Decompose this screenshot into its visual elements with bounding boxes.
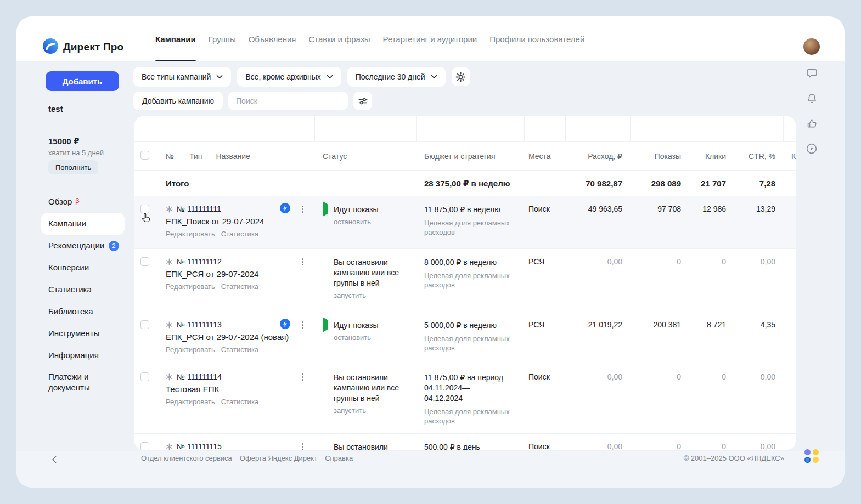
edit-link[interactable]: Редактировать bbox=[166, 282, 215, 291]
sidebar-item-statistics[interactable]: Статистика bbox=[41, 279, 125, 301]
status-text: Идут показы bbox=[334, 320, 378, 331]
footer-link-offer[interactable]: Оферта Яндекс Директ bbox=[240, 454, 317, 462]
edit-link[interactable]: Редактировать bbox=[166, 346, 215, 354]
clicks-value: 8 721 bbox=[689, 312, 734, 364]
totals-budget: 28 375,00 ₽ в неделю bbox=[416, 178, 524, 189]
notifications-bell-icon[interactable] bbox=[806, 92, 818, 104]
beta-badge: β bbox=[75, 195, 79, 206]
campaign-number: № 111111115 bbox=[177, 442, 222, 450]
period-filter[interactable]: Последние 30 дней bbox=[347, 67, 446, 87]
statistics-link[interactable]: Статистика bbox=[221, 346, 258, 354]
sidebar-item-conversions[interactable]: Конверсии bbox=[41, 257, 125, 279]
clicks-value: 12 986 bbox=[689, 196, 734, 248]
brand-logo[interactable]: Директ Про bbox=[43, 38, 123, 56]
status-text: Вы остановили кампанию или все группы в … bbox=[334, 372, 399, 404]
footer-links: Отдел клиентского сервиса Оферта Яндекс … bbox=[141, 454, 353, 462]
stop-campaign-link[interactable]: остановить bbox=[334, 218, 371, 226]
places-value: Поиск bbox=[524, 364, 565, 433]
column-header-number: № bbox=[166, 152, 174, 161]
status-text: Вы остановили bbox=[334, 442, 388, 450]
sidebar-item-label: Библиотека bbox=[48, 306, 93, 317]
add-campaign-button[interactable]: Добавить кампанию bbox=[133, 92, 223, 110]
row-checkbox[interactable] bbox=[140, 257, 149, 266]
video-play-icon[interactable] bbox=[806, 143, 818, 155]
edit-link[interactable]: Редактировать bbox=[166, 230, 215, 238]
archive-state-filter-value: Все, кроме архивных bbox=[245, 72, 320, 81]
campaign-number: № 111111111 bbox=[177, 205, 221, 213]
add-button[interactable]: Добавить bbox=[46, 71, 119, 91]
budget-text: 11 875,00 ₽ в неделю bbox=[424, 205, 517, 215]
footer-link-support[interactable]: Отдел клиентского сервиса bbox=[141, 454, 232, 462]
chat-icon[interactable] bbox=[806, 67, 818, 79]
places-value: РСЯ bbox=[524, 249, 565, 312]
sidebar-item-tools[interactable]: Инструменты bbox=[41, 322, 125, 344]
filter-settings-button[interactable] bbox=[353, 92, 372, 110]
count-badge: 2 bbox=[109, 241, 119, 251]
stop-campaign-link[interactable]: остановить bbox=[334, 333, 371, 342]
collapse-sidebar-chevron[interactable] bbox=[48, 454, 59, 465]
sidebar-item-library[interactable]: Библиотека bbox=[41, 301, 125, 322]
column-header-budget: Бюджет и стратегия bbox=[416, 152, 524, 161]
clicks-value: 0 bbox=[689, 434, 734, 450]
thumbs-up-icon[interactable] bbox=[806, 117, 818, 129]
action-bar: Добавить кампанию bbox=[133, 92, 372, 110]
totals-shows: 298 089 bbox=[630, 179, 689, 188]
statistics-link[interactable]: Статистика bbox=[221, 230, 258, 238]
ctr-value: 0,00 bbox=[734, 364, 783, 433]
select-all-checkbox[interactable] bbox=[140, 151, 149, 160]
archive-state-filter[interactable]: Все, кроме архивных bbox=[237, 67, 341, 87]
start-campaign-link[interactable]: запустить bbox=[334, 291, 366, 299]
avatar[interactable] bbox=[803, 38, 820, 55]
app-window: Директ Про Кампании Группы Объявления Ст… bbox=[16, 16, 845, 488]
start-campaign-link[interactable]: запустить bbox=[334, 406, 366, 415]
search-input[interactable] bbox=[228, 92, 348, 110]
yandex-direct-logo-icon bbox=[43, 38, 58, 56]
row-checkbox[interactable] bbox=[140, 442, 149, 450]
edit-link[interactable]: Редактировать bbox=[166, 398, 215, 406]
campaign-name[interactable]: ЕПК_РСЯ от 29-07-2024 (новая) bbox=[166, 332, 314, 342]
table-row: № 111111111 ЕПК_Поиск от 29-07-2024 Реда… bbox=[134, 196, 796, 248]
desktop-background: Директ Про Кампании Группы Объявления Ст… bbox=[0, 0, 861, 504]
campaign-name[interactable]: Тестовая ЕПК bbox=[166, 384, 314, 394]
sidebar-item-payments-documents[interactable]: Платежи и документы bbox=[41, 366, 125, 398]
tab-campaigns[interactable]: Кампании bbox=[155, 16, 196, 61]
strategy-text: Целевая доля рекламных расходов bbox=[424, 334, 513, 353]
row-checkbox[interactable] bbox=[140, 372, 149, 381]
sidebar-item-campaigns[interactable]: Кампании bbox=[41, 213, 125, 235]
sidebar-item-information[interactable]: Информация bbox=[41, 344, 125, 366]
spend-value: 0,00 bbox=[565, 249, 630, 312]
spend-value: 49 963,65 bbox=[565, 196, 630, 248]
tab-retargeting[interactable]: Ретаргетинг и аудитории bbox=[382, 16, 477, 61]
statistics-link[interactable]: Статистика bbox=[221, 282, 258, 291]
row-checkbox[interactable] bbox=[140, 205, 149, 213]
campaign-name[interactable]: ЕПК_Поиск от 29-07-2024 bbox=[166, 217, 314, 226]
row-checkbox[interactable] bbox=[140, 320, 149, 329]
footer-link-help[interactable]: Справка bbox=[325, 454, 353, 462]
sidebar-item-recommendations[interactable]: Рекомендации 2 bbox=[41, 235, 125, 257]
statistics-link[interactable]: Статистика bbox=[221, 398, 258, 406]
settings-gear-button[interactable] bbox=[452, 67, 470, 86]
campaign-name[interactable]: ЕПК_РСЯ от 29-07-2024 bbox=[166, 269, 314, 279]
row-menu-button[interactable] bbox=[298, 441, 307, 450]
gear-icon bbox=[455, 72, 466, 82]
sidebar-item-overview[interactable]: Обзор β bbox=[41, 191, 125, 213]
campaign-type-filter[interactable]: Все типы кампаний bbox=[133, 67, 231, 87]
boost-badge-icon bbox=[280, 203, 290, 213]
filter-bar: Все типы кампаний Все, кроме архивных По… bbox=[133, 67, 470, 87]
status-text: Вы остановили кампанию или все группы в … bbox=[334, 257, 399, 288]
budget-text: 5 000,00 ₽ в неделю bbox=[424, 320, 517, 331]
column-header-shows: Показы bbox=[630, 152, 689, 161]
tab-ads[interactable]: Объявления bbox=[249, 16, 296, 61]
tab-bids-phrases[interactable]: Ставки и фразы bbox=[308, 16, 370, 61]
campaign-type-filter-value: Все типы кампаний bbox=[142, 72, 211, 81]
feedback-emoji-widget[interactable] bbox=[804, 449, 819, 463]
tab-groups[interactable]: Группы bbox=[209, 16, 236, 61]
row-menu-button[interactable] bbox=[298, 257, 307, 267]
row-menu-button[interactable] bbox=[298, 204, 307, 214]
spend-value: 0,00 bbox=[565, 434, 630, 450]
shows-value: 0 bbox=[630, 434, 689, 450]
row-menu-button[interactable] bbox=[298, 320, 307, 330]
topup-button[interactable]: Пополнить bbox=[48, 160, 98, 174]
row-menu-button[interactable] bbox=[298, 372, 307, 382]
tab-user-profiles[interactable]: Профили пользователей bbox=[489, 16, 584, 61]
